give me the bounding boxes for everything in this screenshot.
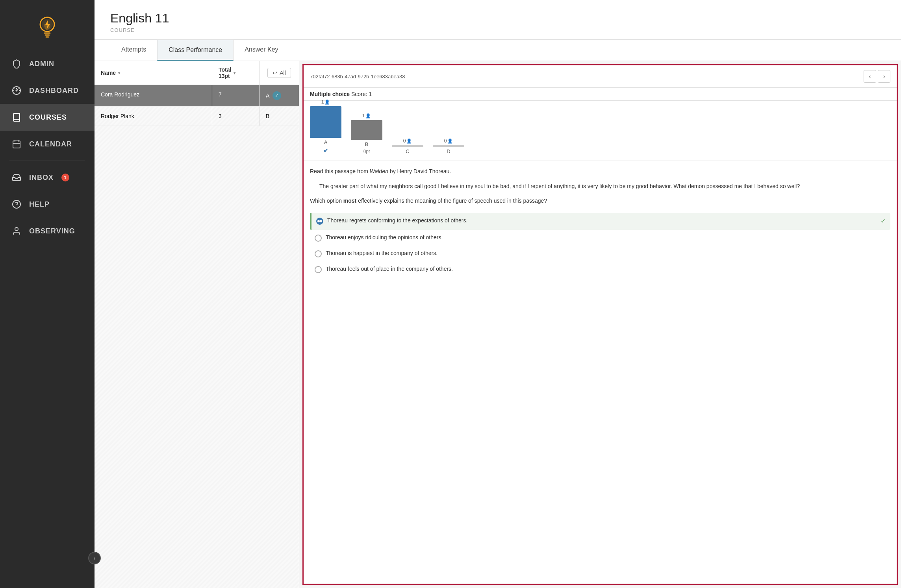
detail-navigation: ‹ › [864,70,890,83]
score-label: Multiple choice [310,91,350,97]
table-row[interactable]: Cora Rodriguez 7 A ✓ [95,85,299,107]
radio-a [316,218,323,225]
answer-option-c[interactable]: Thoreau is happiest in the company of ot… [310,246,890,261]
all-button[interactable]: ↩ All [267,68,291,78]
grade-check-icon: ✓ [273,91,281,100]
sidebar-item-observing-label: OBSERVING [29,227,75,235]
answer-c-text: Thoreau is happiest in the company of ot… [326,250,438,257]
sidebar-item-inbox-label: INBOX [29,174,54,182]
bar-b-subtext: 0pt [363,149,370,154]
col-total: Total 13pt ▾ [212,61,260,85]
logo-container [0,0,95,50]
answer-options: Thoreau regrets conforming to the expect… [304,210,897,280]
chart-bar-c: 0 👤 C [392,138,423,154]
next-button[interactable]: › [878,70,890,83]
answer-d-text: Thoreau feels out of place in the compan… [326,265,453,273]
name-sort-icon[interactable]: ▾ [118,71,120,75]
sidebar-nav: ADMIN DASHBOARD COURSES [0,50,95,588]
question-prompt: Which option most effectively explains t… [304,197,897,210]
question-id: 702faf72-683b-47ad-972b-1ee683abea38 [310,74,405,80]
sidebar-item-courses-label: COURSES [29,113,67,122]
table-row[interactable]: Rodger Plank 3 B [95,107,299,126]
inbox-badge: 1 [61,174,69,181]
page-header: English 11 COURSE [95,0,901,40]
answer-option-a[interactable]: Thoreau regrets conforming to the expect… [310,213,890,229]
nav-divider [9,161,85,161]
svg-point-6 [16,90,17,91]
chart-bar-a: 1 👤 A ✔ [310,99,341,154]
sidebar-item-dashboard-label: DASHBOARD [29,87,79,95]
total-sort-icon[interactable]: ▾ [234,71,235,75]
bar-d-fill [433,145,464,147]
bar-d-count: 0 👤 [444,138,453,144]
bar-d-label: D [447,148,450,154]
student-grade: B [260,107,299,126]
chart-bar-b: 1 👤 B 0pt [351,113,382,154]
sidebar: ADMIN DASHBOARD COURSES [0,0,95,588]
sidebar-item-help[interactable]: HELP [0,191,95,218]
sidebar-item-calendar-label: CALENDAR [29,140,72,148]
passage-title-italic: Walden [370,168,388,174]
person-icon [11,226,22,237]
sidebar-item-admin[interactable]: ADMIN [0,50,95,77]
table-body: Cora Rodriguez 7 A ✓ Rodger Plank 3 B [95,85,299,588]
tab-answer-key[interactable]: Answer Key [234,40,289,61]
page-title: English 11 [110,11,885,26]
chart-area: 1 👤 A ✔ 1 👤 B [304,101,897,161]
student-name: Rodger Plank [95,107,212,126]
answer-option-b[interactable]: Thoreau enjoys ridiculing the opinions o… [310,230,890,246]
detail-score: Multiple choice Score: 1 [304,88,897,101]
speedometer-icon [11,85,22,96]
main-content: English 11 COURSE Attempts Class Perform… [95,0,901,588]
sidebar-item-observing[interactable]: OBSERVING [0,218,95,244]
col-name-label: Name [101,70,116,76]
tab-class-performance[interactable]: Class Performance [157,40,234,61]
student-total: 7 [212,85,260,106]
bar-c-label: C [406,148,409,154]
bar-c-fill [392,145,423,147]
sidebar-item-calendar[interactable]: CALENDAR [0,131,95,157]
empty-table-area [95,126,299,283]
chevron-right-icon: › [883,73,885,80]
logo-icon [33,13,61,41]
svg-point-13 [15,227,18,231]
tab-attempts[interactable]: Attempts [110,40,157,61]
bar-b-count: 1 👤 [362,113,371,118]
svg-rect-7 [13,141,20,148]
student-grade: A ✓ [260,85,299,106]
page-subtitle: COURSE [110,27,885,33]
sidebar-collapse-button[interactable]: ‹ [88,552,101,564]
detail-header: 702faf72-683b-47ad-972b-1ee683abea38 ‹ › [304,65,897,88]
sidebar-item-dashboard[interactable]: DASHBOARD [0,77,95,104]
person-count-icon: 👤 [324,100,330,105]
inbox-icon [11,172,22,183]
sidebar-item-help-label: HELP [29,200,50,209]
bar-b-fill [351,120,382,140]
radio-b [315,235,322,242]
chart-bar-d: 0 👤 D [433,138,464,154]
answer-option-d[interactable]: Thoreau feels out of place in the compan… [310,261,890,277]
col-name: Name ▾ [95,61,212,85]
passage-quote: The greater part of what my neighbors ca… [319,182,887,190]
answer-b-text: Thoreau enjoys ridiculing the opinions o… [326,234,443,242]
bar-chart: 1 👤 A ✔ 1 👤 B [310,107,890,154]
sidebar-item-inbox[interactable]: INBOX 1 [0,164,95,191]
radio-c [315,250,322,257]
question-icon [11,199,22,210]
calendar-icon [11,139,22,150]
all-button-label: All [280,70,286,76]
bar-a-label: A [324,139,328,145]
student-total: 3 [212,107,260,126]
score-value: Score: 1 [351,91,372,97]
chevron-left-icon: ‹ [869,73,871,80]
detail-panel: 702faf72-683b-47ad-972b-1ee683abea38 ‹ ›… [302,64,898,585]
prev-button[interactable]: ‹ [864,70,876,83]
sidebar-item-courses[interactable]: COURSES [0,104,95,131]
col-all: ↩ All [260,61,299,85]
grade-value: A [266,92,269,99]
question-bold: most [343,198,356,204]
bar-a-count: 1 👤 [321,99,330,105]
passage-intro: Read this passage from Walden by Henry D… [304,161,897,179]
answer-a-text: Thoreau regrets conforming to the expect… [327,217,467,225]
content-area: Name ▾ Total 13pt ▾ ↩ All Cora Rodri [95,61,901,588]
